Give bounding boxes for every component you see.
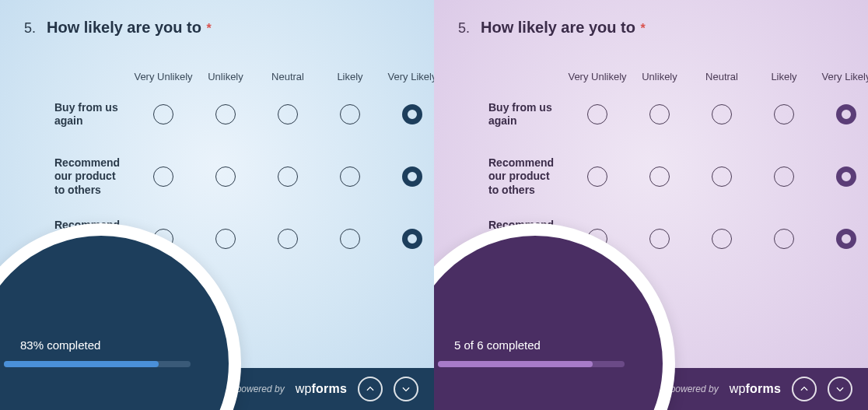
radio-likely[interactable] <box>340 104 360 124</box>
form-panel-blue: 5. How likely are you to * Very Unlikely… <box>0 0 434 410</box>
progress-bar <box>4 361 191 367</box>
chevron-down-icon <box>835 384 845 394</box>
radio-likely[interactable] <box>340 166 360 187</box>
radio-unlikely[interactable] <box>215 229 236 249</box>
row-label: Recommend our product to others <box>488 156 566 198</box>
scale-header: Very Likely <box>815 71 868 83</box>
radio-neutral[interactable] <box>712 166 732 187</box>
radio-very-unlikely[interactable] <box>587 166 607 187</box>
progress-fill <box>438 361 593 367</box>
question-text: How likely are you to <box>481 19 635 36</box>
scale-header: Unlikely <box>628 71 691 83</box>
radio-very-likely[interactable] <box>836 166 856 187</box>
radio-likely[interactable] <box>340 229 360 249</box>
scale-header: Unlikely <box>194 71 257 83</box>
radio-very-likely[interactable] <box>402 104 422 124</box>
chevron-down-icon <box>401 384 411 394</box>
row-label: Buy from us again <box>488 101 566 128</box>
radio-neutral[interactable] <box>712 104 732 124</box>
radio-very-likely[interactable] <box>836 104 856 124</box>
powered-by-label: powered by <box>670 384 719 394</box>
row-label: Buy from us again <box>54 101 132 128</box>
scale-header: Neutral <box>691 71 753 83</box>
radio-neutral[interactable] <box>278 229 298 249</box>
brand-wpforms: wpforms <box>296 382 347 396</box>
scale-header: Likely <box>753 71 815 83</box>
scale-header: Likely <box>319 71 381 83</box>
question-header: 5. How likely are you to * <box>19 19 404 37</box>
radio-unlikely[interactable] <box>215 104 236 124</box>
likert-row: Recommend our product to others <box>488 145 838 208</box>
prev-button[interactable] <box>358 377 383 401</box>
chevron-up-icon <box>799 384 810 394</box>
required-mark: * <box>640 22 645 35</box>
radio-unlikely[interactable] <box>649 104 670 124</box>
prev-button[interactable] <box>792 377 817 401</box>
radio-likely[interactable] <box>774 104 794 124</box>
scale-header: Very Likely <box>381 71 434 83</box>
radio-very-likely[interactable] <box>836 229 856 249</box>
row-label: Recommend our product to others <box>54 156 132 198</box>
radio-unlikely[interactable] <box>649 166 670 187</box>
radio-very-unlikely[interactable] <box>153 166 173 187</box>
likert-row: Buy from us again <box>488 83 838 145</box>
radio-neutral[interactable] <box>712 229 732 249</box>
question-text: How likely are you to <box>47 19 201 36</box>
likert-row: Recommend our product to others <box>54 145 404 208</box>
progress-label: 83% completed <box>20 338 100 352</box>
radio-neutral[interactable] <box>278 166 298 187</box>
radio-unlikely[interactable] <box>215 166 236 187</box>
likert-row: Buy from us again <box>54 83 404 145</box>
progress-bar <box>438 361 625 367</box>
scale-header: Very Unlikely <box>566 71 628 83</box>
scale-header: Neutral <box>257 71 319 83</box>
radio-neutral[interactable] <box>278 104 298 124</box>
progress-fill <box>4 361 159 367</box>
radio-unlikely[interactable] <box>649 229 670 249</box>
question-title: How likely are you to * <box>47 19 212 37</box>
progress-label: 5 of 6 completed <box>454 338 541 352</box>
chevron-up-icon <box>365 384 376 394</box>
radio-very-likely[interactable] <box>402 166 422 187</box>
required-mark: * <box>206 22 211 35</box>
question-number: 5. <box>19 20 36 37</box>
next-button[interactable] <box>394 377 418 401</box>
radio-very-unlikely[interactable] <box>153 104 173 124</box>
question-title: How likely are you to * <box>481 19 646 37</box>
likert-header-row: Very Unlikely Unlikely Neutral Likely Ve… <box>54 47 404 83</box>
brand-wpforms: wpforms <box>730 382 781 396</box>
radio-very-unlikely[interactable] <box>587 104 607 124</box>
likert-header-row: Very Unlikely Unlikely Neutral Likely Ve… <box>488 47 838 83</box>
radio-very-likely[interactable] <box>402 229 422 249</box>
question-number: 5. <box>453 20 470 37</box>
question-header: 5. How likely are you to * <box>453 19 838 37</box>
scale-header: Very Unlikely <box>132 71 194 83</box>
radio-likely[interactable] <box>774 166 794 187</box>
powered-by-label: powered by <box>236 384 285 394</box>
next-button[interactable] <box>828 377 852 401</box>
form-panel-purple: 5. How likely are you to * Very Unlikely… <box>434 0 868 410</box>
radio-likely[interactable] <box>774 229 794 249</box>
